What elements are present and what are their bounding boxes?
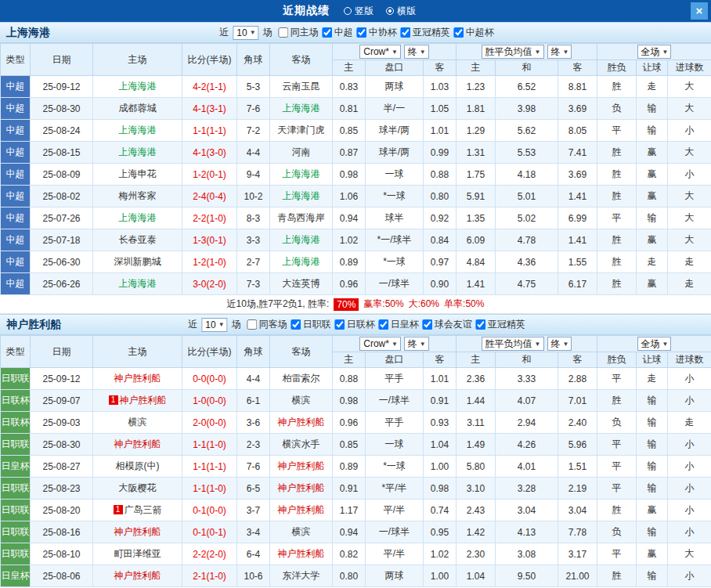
away-team-cell: 神户胜利船: [270, 478, 333, 500]
checkbox-input[interactable]: [247, 319, 258, 330]
column-header: 主: [333, 60, 366, 76]
handicap-cell: *一球: [366, 456, 424, 478]
avg-away-cell: 3.69: [558, 98, 597, 120]
filter-checkbox[interactable]: 亚冠精英: [476, 318, 525, 331]
results-table: 类型日期主场比分(半场)角球客场Crow*▼终▼胜平负均值▼终▼全场▼主盘口客主…: [0, 335, 711, 587]
scope-select[interactable]: 全场▼: [637, 45, 672, 59]
avg-odds-select-label: 胜平负均值: [485, 337, 532, 351]
filter-checkbox[interactable]: 日联杯: [335, 318, 375, 331]
team-name-text: 神户胜利船: [114, 570, 161, 581]
close-button[interactable]: ×: [691, 2, 708, 20]
recent-count-select[interactable]: 10▼: [201, 318, 227, 332]
column-header: 和: [496, 352, 558, 368]
date-cell: 25-07-18: [31, 229, 93, 251]
avg-stage-select[interactable]: 终▼: [547, 45, 572, 59]
recent-count-select[interactable]: 10▼: [233, 26, 258, 40]
match-type-cell: 日职联: [1, 434, 31, 456]
table-row: 日职联25-08-201广岛三箭0-1(0-0)3-7神户胜利船1.17平/半0…: [1, 500, 711, 521]
team-name-text: 相模原(中): [116, 460, 160, 471]
avg-odds-select[interactable]: 胜平负均值▼: [482, 45, 544, 59]
bookmaker-select[interactable]: Crow*▼: [359, 45, 401, 59]
checkbox-input[interactable]: [379, 319, 389, 330]
home-odds-cell: 0.85: [333, 120, 366, 142]
home-team-cell: 神户胜利船: [93, 521, 182, 543]
filter-checkbox[interactable]: 中协杯: [357, 26, 397, 39]
avg-away-cell: 6.17: [558, 273, 597, 295]
layout-radio-option[interactable]: 竖版: [344, 5, 374, 18]
avg-away-cell: 2.19: [558, 478, 597, 500]
scope-select[interactable]: 全场▼: [637, 337, 672, 351]
table-row: 中超25-08-30成都蓉城4-1(3-1)7-6上海海港0.81半/一1.05…: [1, 98, 711, 120]
avg-stage-select[interactable]: 终▼: [547, 337, 572, 351]
filter-label: 中超: [334, 26, 353, 39]
table-row: 中超25-08-15上海海港4-1(3-0)4-4河南0.87球半/两0.991…: [1, 142, 711, 164]
checkbox-input[interactable]: [279, 27, 289, 38]
away-team-cell: 上海海港: [270, 98, 333, 120]
team-name-text: 云南玉昆: [283, 81, 320, 92]
handicap-result-cell: 走: [637, 251, 668, 273]
handicap-cell: 平/半: [366, 543, 424, 565]
handicap-result-cell: 赢: [637, 142, 668, 164]
home-team-cell: 1广岛三箭: [93, 500, 182, 521]
table-row: 日职联25-08-16神户胜利船0-1(0-1)3-4横滨0.94一/球半0.9…: [1, 521, 711, 543]
handicap-result-cell: 输: [637, 434, 668, 456]
checkbox-input[interactable]: [476, 319, 486, 330]
checkbox-input[interactable]: [323, 27, 333, 38]
filter-checkbox[interactable]: 球会友谊: [423, 318, 472, 331]
table-row: 中超25-08-24上海海港1-1(1-1)7-2天津津门虎0.85球半/两1.…: [1, 120, 711, 142]
match-type-cell: 中超: [1, 142, 31, 164]
avg-home-cell: 5.80: [457, 456, 496, 478]
avg-away-cell: 1.51: [558, 456, 597, 478]
filter-checkbox[interactable]: 同客场: [247, 318, 287, 331]
filter-checkbox[interactable]: 中超: [323, 26, 353, 39]
column-header: 主场: [93, 336, 182, 368]
avg-dropdown-group: 胜平负均值▼终▼: [457, 44, 597, 60]
panel-title: 近期战绩: [283, 4, 330, 18]
home-odds-cell: 0.96: [333, 412, 366, 434]
team-name-text: 深圳新鹏城: [114, 256, 161, 267]
date-cell: 25-07-26: [31, 207, 93, 229]
filter-checkbox[interactable]: 中超杯: [454, 26, 494, 39]
result-cell: 负: [597, 412, 637, 434]
column-header: 客: [558, 60, 597, 76]
bookmaker-select[interactable]: Crow*▼: [359, 337, 401, 351]
odds-stage-select[interactable]: 终▼: [404, 337, 429, 351]
filter-label: 球会友谊: [435, 318, 472, 331]
team-name-text: 上海海港: [119, 124, 157, 135]
team-name-text: 神户胜利船: [278, 460, 325, 471]
avg-home-cell: 1.41: [457, 273, 496, 295]
checkbox-input[interactable]: [454, 27, 464, 38]
checkbox-input[interactable]: [335, 319, 345, 330]
chevron-down-icon: ▼: [392, 341, 398, 348]
match-type-cell: 中超: [1, 76, 31, 98]
checkbox-input[interactable]: [401, 27, 411, 38]
date-cell: 25-08-20: [31, 500, 93, 521]
avg-odds-select[interactable]: 胜平负均值▼: [482, 337, 544, 351]
checkbox-input[interactable]: [291, 319, 301, 330]
avg-stage-select-label: 终: [551, 45, 561, 59]
score-cell: 1-0(0-0): [182, 390, 237, 412]
away-odds-cell: 0.99: [424, 142, 457, 164]
chevron-down-icon: ▼: [662, 341, 669, 348]
team-name-text: 神户胜利船: [114, 438, 161, 449]
filter-checkbox[interactable]: 亚冠精英: [401, 26, 450, 39]
team-name-text: 上海海港: [283, 256, 320, 267]
checkbox-input[interactable]: [357, 27, 367, 38]
column-header: 客: [424, 352, 457, 368]
filter-checkbox[interactable]: 同主场: [279, 26, 319, 39]
team-name-text: 神户胜利船: [120, 395, 167, 406]
score-cell: 0-1(0-0): [182, 500, 237, 521]
score-cell: 3-0(2-0): [182, 273, 237, 295]
date-cell: 25-08-06: [31, 565, 93, 587]
checkbox-input[interactable]: [423, 319, 433, 330]
match-type-cell: 日职联: [1, 368, 31, 390]
filter-checkbox[interactable]: 日职联: [291, 318, 331, 331]
home-odds-cell: 0.94: [333, 207, 366, 229]
result-cell: 平: [597, 456, 637, 478]
away-team-cell: 神户胜利船: [270, 456, 333, 478]
goals-result-cell: 大: [668, 543, 711, 565]
filter-checkbox[interactable]: 日皇杯: [379, 318, 419, 331]
radio-icon: [386, 7, 394, 15]
odds-stage-select[interactable]: 终▼: [404, 45, 429, 59]
layout-radio-option[interactable]: 横版: [386, 5, 416, 18]
